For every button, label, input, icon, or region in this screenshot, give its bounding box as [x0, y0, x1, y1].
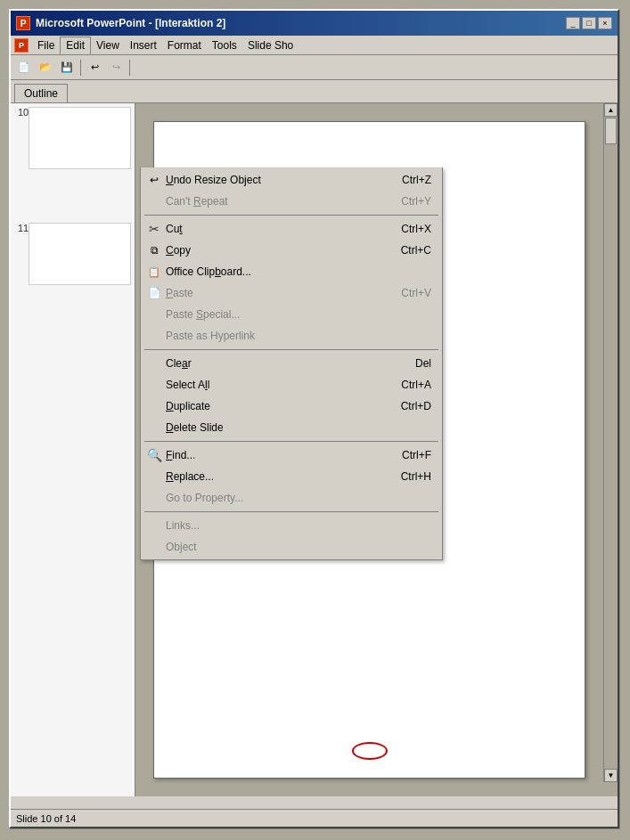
deleteslide-label: Delete Slide — [166, 421, 224, 434]
deleteslide-icon — [144, 418, 164, 437]
menu-entry-cut[interactable]: ✂ Cut Ctrl+X — [141, 218, 442, 240]
menu-entry-gotoproperty: Go to Property... — [141, 487, 442, 509]
toolbar: 📄 📂 💾 ↩ ↪ — [11, 55, 618, 80]
menu-entry-undo[interactable]: ↩ Undo Resize Object Ctrl+Z — [141, 169, 442, 191]
pastespecial-label: Paste Special... — [166, 308, 240, 321]
selectall-icon — [144, 375, 164, 395]
menu-entry-pastespecial: Paste Special... — [141, 304, 442, 325]
slide-number-11: 11 — [18, 223, 29, 233]
menu-entry-deleteslide[interactable]: Delete Slide — [141, 417, 442, 438]
open-button[interactable]: 📂 — [36, 58, 55, 77]
gotoproperty-icon — [144, 488, 164, 508]
undo-label: Undo Resize Object — [166, 174, 261, 186]
selectall-label: Select All — [166, 379, 209, 391]
menu-bar: P File Edit View Insert Format Tools Sli… — [11, 36, 618, 55]
tab-bar: Outline — [11, 80, 618, 103]
copy-label: Copy — [166, 244, 191, 257]
main-window: P Microsoft PowerPoint - [Interaktion 2]… — [9, 9, 619, 828]
copy-shortcut: Ctrl+C — [401, 244, 438, 257]
find-icon: 🔍 — [144, 445, 164, 465]
object-icon — [144, 537, 164, 557]
title-bar-controls: _ □ × — [566, 17, 612, 29]
replace-shortcut: Ctrl+H — [401, 470, 438, 483]
repeat-icon — [144, 192, 164, 211]
menu-entry-repeat: Can't Repeat Ctrl+Y — [141, 191, 442, 212]
maximize-button[interactable]: □ — [582, 17, 596, 29]
vertical-scrollbar: ▲ ▼ — [603, 103, 618, 782]
menu-entry-duplicate[interactable]: Duplicate Ctrl+D — [141, 396, 442, 417]
redo-toolbar-button[interactable]: ↪ — [106, 58, 126, 77]
undo-shortcut: Ctrl+Z — [402, 174, 438, 186]
status-bar: Slide 10 of 14 — [11, 809, 618, 827]
minimize-button[interactable]: _ — [566, 17, 580, 29]
paste-label: Paste — [166, 287, 193, 299]
menu-view[interactable]: View — [91, 37, 125, 54]
duplicate-shortcut: Ctrl+D — [401, 400, 438, 412]
scroll-thumb[interactable] — [605, 118, 617, 144]
find-shortcut: Ctrl+F — [402, 449, 438, 461]
menu-slideshow[interactable]: Slide Sho — [242, 37, 299, 54]
new-button[interactable]: 📄 — [14, 58, 34, 77]
menu-entry-links: Links... — [141, 515, 442, 536]
separator-4 — [144, 511, 438, 512]
outline-panel: 10 11 — [11, 103, 135, 796]
pastehyperlink-icon — [144, 326, 164, 346]
menu-entry-officeclipboard[interactable]: 📋 Office Clipboard... — [141, 261, 442, 282]
copy-icon: ⧉ — [144, 241, 164, 260]
menu-entry-clear[interactable]: Clear Del — [141, 353, 442, 374]
replace-label: Replace... — [166, 470, 214, 483]
selectall-shortcut: Ctrl+A — [401, 379, 438, 391]
duplicate-label: Duplicate — [166, 400, 210, 412]
clipboard-icon: 📋 — [144, 262, 164, 281]
pastespecial-icon — [144, 305, 164, 324]
officeclipboard-label: Office Clipboard... — [166, 265, 251, 278]
tab-outline[interactable]: Outline — [14, 84, 68, 102]
edit-dropdown-menu: ↩ Undo Resize Object Ctrl+Z Can't Repeat… — [140, 167, 443, 560]
repeat-label: Can't Repeat — [166, 195, 228, 208]
toolbar-separator-2 — [129, 60, 130, 76]
slide-thumb-11[interactable] — [29, 223, 131, 285]
slide-thumb-10[interactable] — [29, 107, 131, 169]
menu-edit[interactable]: Edit — [60, 37, 91, 54]
object-label: Object — [166, 541, 197, 553]
menu-file[interactable]: File — [32, 37, 60, 54]
menu-entry-find[interactable]: 🔍 Find... Ctrl+F — [141, 444, 442, 466]
cut-shortcut: Ctrl+X — [401, 223, 438, 235]
paste-shortcut: Ctrl+V — [401, 287, 438, 299]
slide-red-circle — [352, 742, 388, 760]
gotoproperty-label: Go to Property... — [166, 492, 243, 504]
clear-icon — [144, 354, 164, 373]
duplicate-icon — [144, 396, 164, 416]
menu-tools[interactable]: Tools — [207, 37, 242, 54]
cut-icon: ✂ — [144, 219, 164, 239]
separator-2 — [144, 349, 438, 350]
scroll-down-button[interactable]: ▼ — [604, 769, 618, 782]
undo-toolbar-button[interactable]: ↩ — [85, 58, 104, 77]
pastehyperlink-label: Paste as Hyperlink — [166, 330, 255, 342]
replace-icon — [144, 467, 164, 486]
repeat-shortcut: Ctrl+Y — [401, 195, 438, 208]
toolbar-separator-1 — [80, 60, 81, 76]
separator-1 — [144, 215, 438, 216]
title-bar: P Microsoft PowerPoint - [Interaktion 2]… — [11, 11, 618, 36]
menu-entry-replace[interactable]: Replace... Ctrl+H — [141, 466, 442, 487]
scroll-up-button[interactable]: ▲ — [604, 103, 618, 117]
scroll-track — [604, 117, 618, 769]
menu-entry-copy[interactable]: ⧉ Copy Ctrl+C — [141, 240, 442, 261]
paste-icon: 📄 — [144, 283, 164, 303]
app-menu-icon: P — [14, 38, 29, 53]
separator-3 — [144, 441, 438, 442]
cut-label: Cut — [166, 223, 183, 235]
find-label: Find... — [166, 449, 195, 461]
content-area: 10 11 ▲ — [11, 103, 618, 796]
menu-entry-object: Object — [141, 536, 442, 558]
undo-icon: ↩ — [144, 170, 164, 190]
links-label: Links... — [166, 519, 200, 532]
clear-label: Clear — [166, 357, 192, 370]
menu-insert[interactable]: Insert — [125, 37, 162, 54]
menu-format[interactable]: Format — [162, 37, 207, 54]
close-button[interactable]: × — [598, 17, 612, 29]
menu-entry-selectall[interactable]: Select All Ctrl+A — [141, 374, 442, 396]
save-button[interactable]: 💾 — [57, 58, 77, 77]
menu-entry-paste: 📄 Paste Ctrl+V — [141, 282, 442, 304]
